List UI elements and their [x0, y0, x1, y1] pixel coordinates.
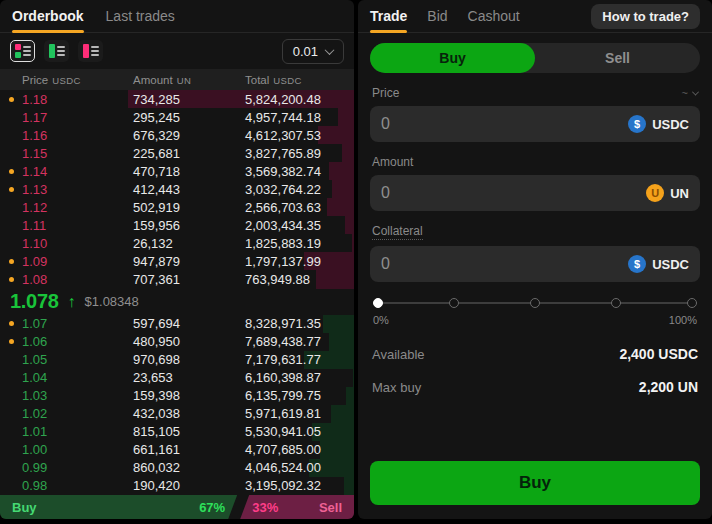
order-price: 1.18 [0, 92, 133, 107]
order-price: 1.05 [0, 352, 133, 367]
available-value: 2,400 USDC [619, 346, 698, 362]
order-price: 1.01 [0, 424, 133, 439]
orderbook-row[interactable]: 1.11 159,956 2,003,434.35 [0, 216, 354, 234]
slider-handle[interactable] [373, 298, 383, 308]
price-input[interactable]: 0 USDC [370, 106, 700, 142]
amount-input[interactable]: 0 UN [370, 175, 700, 211]
how-to-trade-button[interactable]: How to trade? [591, 4, 700, 29]
order-price: 1.12 [0, 200, 133, 215]
price-column-header: PriceUSDC [0, 74, 133, 86]
orderbook-row[interactable]: 1.01 815,105 5,530,941.05 [0, 423, 354, 441]
buy-toggle-button[interactable]: Buy [370, 43, 535, 73]
orderbook-row[interactable]: 1.18 734,285 5,824,200.48 [0, 90, 354, 108]
order-price: 1.10 [0, 236, 133, 251]
slider-stop[interactable] [449, 298, 459, 308]
open-order-dot-icon [9, 187, 14, 192]
order-total: 7,689,438.77 [245, 334, 354, 349]
size-percent-slider[interactable] [373, 297, 697, 309]
orderbook-row[interactable]: 1.13 412,443 3,032,764.22 [0, 180, 354, 198]
order-amount: 159,956 [133, 218, 245, 233]
order-price: 1.17 [0, 110, 133, 125]
orderbook-row[interactable]: 1.04 23,653 6,160,398.87 [0, 369, 354, 387]
orderbook-panel: Orderbook Last trades 0.01 PriceUSDC Amo… [0, 0, 354, 519]
orderbook-row[interactable]: 1.02 432,038 5,971,619.81 [0, 405, 354, 423]
order-total: 1,797,137.99 [245, 254, 354, 269]
order-amount: 412,443 [133, 182, 245, 197]
order-amount: 947,879 [133, 254, 245, 269]
max-buy-value: 2,200 UN [639, 379, 698, 395]
orderbook-row[interactable]: 1.14 470,718 3,569,382.74 [0, 162, 354, 180]
buy-ratio-percent: 67% [199, 500, 225, 515]
order-price: 0.99 [0, 460, 133, 475]
orderbook-row[interactable]: 1.03 159,398 6,135,799.75 [0, 387, 354, 405]
combined-book-view-button[interactable] [10, 40, 35, 62]
order-amount: 502,919 [133, 200, 245, 215]
orderbook-row[interactable]: 1.16 676,329 4,612,307.53 [0, 126, 354, 144]
order-amount: 597,694 [133, 316, 245, 331]
orderbook-row[interactable]: 0.98 190,420 3,195,092.32 [0, 477, 354, 495]
order-total: 763,949.88 [245, 272, 354, 287]
asks-only-icon [83, 44, 89, 58]
order-price: 1.00 [0, 442, 133, 457]
sell-ratio-label: Sell [319, 500, 342, 515]
trade-panel: Trade Bid Cashout How to trade? Buy Sell… [358, 0, 712, 519]
buy-sell-ratio-bar: Buy 67% 33% Sell [0, 495, 354, 519]
order-total: 4,707,685.00 [245, 442, 354, 457]
order-total: 5,824,200.48 [245, 92, 354, 107]
orderbook-row[interactable]: 1.08 707,361 763,949.88 [0, 270, 354, 288]
order-total: 3,569,382.74 [245, 164, 354, 179]
order-price: 1.07 [0, 316, 133, 331]
available-row: Available 2,400 USDC [372, 346, 698, 362]
order-amount: 480,950 [133, 334, 245, 349]
orderbook-row[interactable]: 1.12 502,919 2,566,703.63 [0, 198, 354, 216]
orderbook-row[interactable]: 0.99 860,032 4,046,524.00 [0, 459, 354, 477]
orderbook-row[interactable]: 1.17 295,245 4,957,744.18 [0, 108, 354, 126]
price-up-arrow-icon: ↑ [68, 293, 76, 311]
order-amount: 159,398 [133, 388, 245, 403]
order-total: 5,530,941.05 [245, 424, 354, 439]
order-amount: 734,285 [133, 92, 245, 107]
tab-bid[interactable]: Bid [427, 0, 447, 32]
slider-stop[interactable] [530, 298, 540, 308]
orderbook-row[interactable]: 1.05 970,698 7,179,631.77 [0, 351, 354, 369]
sell-toggle-button[interactable]: Sell [535, 43, 700, 73]
order-price: 1.04 [0, 370, 133, 385]
slider-stop[interactable] [611, 298, 621, 308]
tick-size-value: 0.01 [293, 44, 318, 59]
order-amount: 707,361 [133, 272, 245, 287]
tick-size-dropdown[interactable]: 0.01 [282, 39, 344, 64]
tab-trade[interactable]: Trade [370, 0, 407, 32]
order-amount: 676,329 [133, 128, 245, 143]
orderbook-toolbar: 0.01 [0, 33, 354, 69]
orderbook-row[interactable]: 1.06 480,950 7,689,438.77 [0, 333, 354, 351]
order-total: 8,328,971.35 [245, 316, 354, 331]
tab-last-trades[interactable]: Last trades [106, 0, 175, 32]
bids-only-icon [49, 44, 55, 58]
open-order-dot-icon [9, 259, 14, 264]
tab-orderbook[interactable]: Orderbook [12, 0, 84, 32]
order-amount: 26,132 [133, 236, 245, 251]
orderbook-row[interactable]: 1.07 597,694 8,328,971.35 [0, 315, 354, 333]
last-price-row: 1.078 ↑ $1.08348 [0, 289, 354, 315]
order-amount: 23,653 [133, 370, 245, 385]
orderbook-row[interactable]: 1.10 26,132 1,825,883.19 [0, 234, 354, 252]
collateral-input[interactable]: 0 USDC [370, 246, 700, 282]
orderbook-row[interactable]: 1.15 225,681 3,827,765.89 [0, 144, 354, 162]
slider-labels: 0% 100% [373, 314, 697, 326]
buy-ratio-segment: Buy 67% [0, 495, 237, 519]
order-amount: 815,105 [133, 424, 245, 439]
bids-only-view-button[interactable] [44, 40, 69, 62]
tab-cashout[interactable]: Cashout [468, 0, 520, 32]
orderbook-row[interactable]: 1.00 661,161 4,707,685.00 [0, 441, 354, 459]
order-amount: 661,161 [133, 442, 245, 457]
slider-stop[interactable] [687, 298, 697, 308]
orderbook-row[interactable]: 1.09 947,879 1,797,137.99 [0, 252, 354, 270]
submit-buy-button[interactable]: Buy [370, 461, 700, 505]
order-total: 1,825,883.19 [245, 236, 354, 251]
asks-only-view-button[interactable] [78, 40, 103, 62]
order-amount: 470,718 [133, 164, 245, 179]
amount-column-header: AmountUN [133, 74, 245, 86]
order-total: 4,046,524.00 [245, 460, 354, 475]
order-total: 5,971,619.81 [245, 406, 354, 421]
price-approx-toggle[interactable]: ~ [682, 87, 698, 99]
